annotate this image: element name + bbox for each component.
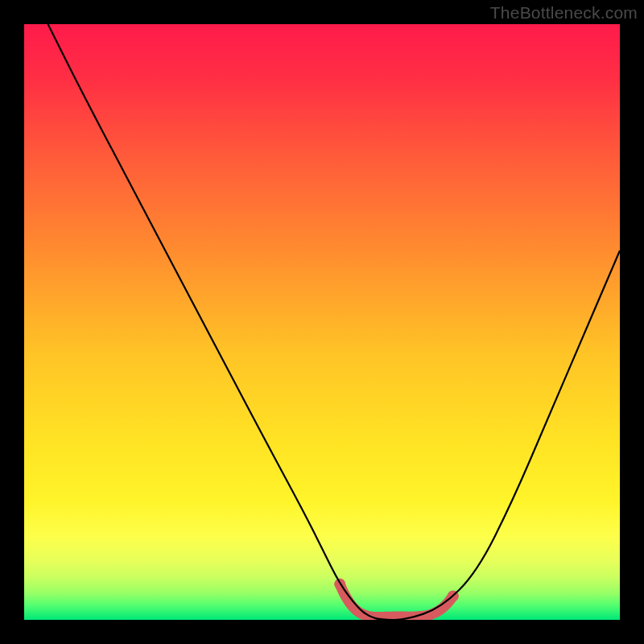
bottleneck-chart — [24, 24, 620, 620]
gradient-background — [24, 24, 620, 620]
chart-frame: TheBottleneck.com — [0, 0, 644, 644]
watermark-text: TheBottleneck.com — [490, 3, 638, 23]
